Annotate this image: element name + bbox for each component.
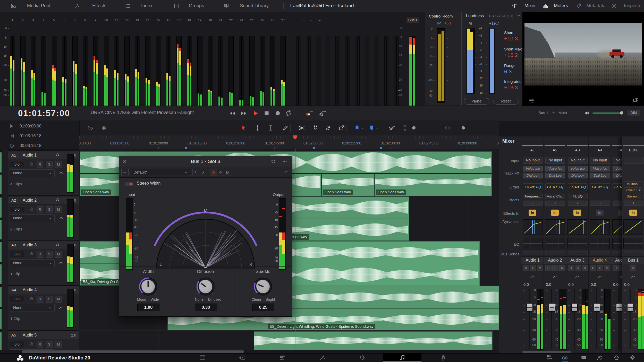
settings-icon[interactable]	[629, 355, 635, 361]
chat-icon[interactable]	[580, 355, 587, 361]
track-gain-value[interactable]: 0.0	[10, 206, 24, 212]
track-record-arm-button[interactable]: R	[37, 341, 43, 348]
strip-trackfx-0[interactable]: Voice Iso	[523, 166, 543, 171]
strip-add-effect-button[interactable]: +	[545, 201, 565, 206]
strip-trackfx-1[interactable]: Dial Lev	[523, 173, 543, 178]
track-plugin-dropdown[interactable]: None	[10, 304, 55, 312]
strip-gain-value[interactable]: 0.0	[568, 282, 574, 287]
fader-handle[interactable]	[549, 303, 555, 312]
strip-gain-value[interactable]: 0.0	[624, 282, 630, 287]
lock-icon[interactable]	[29, 162, 34, 166]
track-solo-button[interactable]: S	[46, 251, 53, 258]
snap-magnet-tool-icon[interactable]	[312, 125, 319, 131]
strip-effects-in-button[interactable]: In	[596, 210, 604, 216]
width-knob[interactable]	[137, 275, 159, 297]
clip-color-tool-icon[interactable]	[368, 125, 375, 131]
strip-name-cell[interactable]: Audio 2	[544, 256, 566, 264]
strip-effects-in-button[interactable]: In	[529, 210, 536, 216]
strip-trackfx-0[interactable]: Voice Iso	[545, 166, 565, 171]
monitor-source-label[interactable]: Bus 1	[538, 110, 548, 115]
track-header-a1[interactable]: A1Audio 1fx2.00.0RSMNone4 Clips	[8, 151, 79, 196]
preset-prev-button[interactable]	[192, 169, 199, 176]
fairlight-page-button[interactable]	[399, 354, 405, 361]
strip-gain-value[interactable]: 0.0	[546, 282, 551, 287]
track-index-grid-icon[interactable]	[101, 125, 107, 131]
strip-effect-slot-0[interactable]: Vocal Ch...	[545, 194, 565, 199]
fader-track[interactable]	[596, 289, 597, 349]
strip-bus-sends-row[interactable]	[523, 251, 543, 255]
strip-id[interactable]: A3	[566, 148, 589, 152]
deliver-page-button[interactable]	[440, 354, 447, 361]
crosshair-tool-icon[interactable]	[254, 125, 261, 131]
car[interactable]	[609, 49, 624, 58]
strip-gain-value[interactable]: 0.0	[591, 282, 596, 287]
automation-curve-icon[interactable]	[58, 305, 64, 311]
cut-page-button[interactable]	[239, 354, 246, 361]
fader-track[interactable]	[551, 289, 552, 349]
color-page-button[interactable]	[359, 354, 366, 361]
loop-button[interactable]	[285, 110, 292, 117]
strip-trackfx-1[interactable]: Dial Lev	[568, 173, 588, 178]
strip-record-arm-button[interactable]: R	[545, 265, 552, 271]
strip-name-cell[interactable]: Audio 3	[566, 256, 589, 264]
chevron-down-icon[interactable]	[375, 126, 379, 130]
strip-gain-value[interactable]: 0.0	[523, 282, 529, 287]
track-record-arm-button[interactable]: R	[37, 206, 43, 213]
strip-solo-button[interactable]: S	[575, 265, 581, 271]
menu-item-inspector[interactable]: Inspector	[609, 0, 644, 12]
loudness-standard[interactable]: BS.1770-1 (LU)	[489, 14, 513, 18]
bus-meter-label[interactable]: Bus 1	[406, 18, 419, 23]
dual-monitor-icon[interactable]	[633, 97, 639, 104]
menu-item-metadata[interactable]: Metadata	[574, 0, 613, 12]
strip-dynamics-graph[interactable]	[567, 219, 587, 235]
fader-track[interactable]	[618, 289, 620, 349]
plugin-options-icon[interactable]	[282, 159, 287, 164]
track-mute-button[interactable]: M	[55, 206, 62, 213]
strip-id[interactable]: A2	[544, 148, 566, 152]
automation-curve-icon[interactable]	[597, 274, 603, 280]
track-mute-button[interactable]: M	[55, 296, 62, 303]
playhead-cap[interactable]	[293, 135, 297, 140]
fader-handle[interactable]	[627, 303, 633, 312]
pause-button[interactable]: Pause	[464, 98, 489, 105]
strip-name-cell[interactable]: Bus 1	[622, 256, 644, 264]
strip-order-button[interactable]: FXDYEQ	[590, 183, 610, 190]
timeline-selector[interactable]: URSA CINE 17K65 with Florent Piovesan Fa…	[91, 110, 194, 115]
chevron-down-icon[interactable]	[361, 126, 364, 130]
flatten-tool-icon[interactable]	[338, 125, 345, 131]
strip-id[interactable]: A1	[521, 148, 544, 152]
strip-effect-slot-0[interactable]: Multiba...	[624, 181, 643, 187]
track-fx-badge[interactable]: fx	[56, 153, 59, 157]
strip-effect-slot-0[interactable]: Frequen...	[523, 194, 543, 199]
strip-add-effect-button[interactable]: +	[523, 201, 543, 206]
timecode-display[interactable]: 01:01:57:00	[18, 108, 70, 118]
record-button[interactable]	[274, 110, 281, 117]
strip-order-button[interactable]: FXDYEQ	[523, 183, 543, 190]
strip-trackfx-1[interactable]: Dial Lev	[590, 173, 610, 178]
track-fx-badge[interactable]: fx	[56, 243, 59, 247]
strip-input-select[interactable]: No Input	[568, 157, 588, 164]
lock-icon[interactable]	[29, 207, 34, 211]
fader-handle[interactable]	[616, 303, 622, 312]
track-gain-value[interactable]: 0.0	[10, 251, 24, 257]
strip-effect-slot-1[interactable]: Chain FX	[624, 187, 643, 193]
track-fx-badge[interactable]: fx	[56, 198, 59, 202]
width-value-field[interactable]: 1.00	[137, 304, 159, 311]
volume-slider-handle[interactable]	[620, 111, 624, 115]
strip-trackfx-0[interactable]: Voice Iso	[590, 166, 610, 171]
plugin-title-bar[interactable]: Bus 1 - Slot 3	[119, 156, 292, 167]
automation-curve-icon[interactable]	[631, 274, 636, 280]
audio-clip[interactable]: Open Seas.wav	[322, 174, 375, 196]
diffusion-knob[interactable]	[195, 275, 216, 297]
pointer-tool-icon[interactable]	[240, 125, 247, 131]
rewind-button[interactable]	[229, 110, 236, 117]
range-value[interactable]: 00:03:16:18	[20, 143, 41, 148]
link-tool-icon[interactable]	[325, 125, 332, 131]
track-gain-value[interactable]: 0.0	[10, 161, 24, 167]
strip-dynamics-graph[interactable]	[623, 219, 643, 235]
track-mute-button[interactable]: M	[55, 161, 62, 168]
strip-gain-value[interactable]: 0.0	[613, 282, 618, 287]
automation-curve-icon[interactable]	[58, 260, 64, 266]
menu-item-media-pool[interactable]: Media Pool	[9, 0, 57, 12]
strip-eq-graph[interactable]	[545, 238, 565, 249]
